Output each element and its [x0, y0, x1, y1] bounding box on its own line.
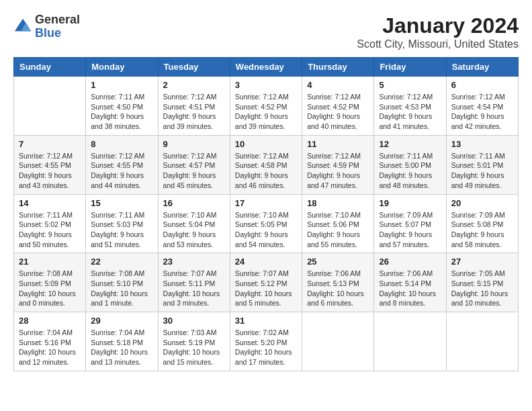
table-row: 23Sunrise: 7:07 AM Sunset: 5:11 PM Dayli…: [158, 253, 230, 312]
day-info: Sunrise: 7:04 AM Sunset: 5:18 PM Dayligh…: [91, 328, 152, 367]
table-row: 19Sunrise: 7:09 AM Sunset: 5:07 PM Dayli…: [374, 194, 446, 253]
table-row: [374, 312, 446, 371]
day-info: Sunrise: 7:12 AM Sunset: 4:51 PM Dayligh…: [163, 92, 225, 132]
day-number: 18: [307, 198, 369, 208]
day-number: 20: [451, 198, 513, 208]
table-row: 29Sunrise: 7:04 AM Sunset: 5:18 PM Dayli…: [86, 312, 158, 371]
day-info: Sunrise: 7:11 AM Sunset: 5:00 PM Dayligh…: [379, 151, 441, 191]
day-number: 31: [235, 316, 297, 326]
table-row: 26Sunrise: 7:06 AM Sunset: 5:14 PM Dayli…: [374, 253, 446, 312]
main-title: January 2024: [357, 13, 519, 38]
day-info: Sunrise: 7:07 AM Sunset: 5:12 PM Dayligh…: [235, 269, 297, 308]
day-info: Sunrise: 7:12 AM Sunset: 4:59 PM Dayligh…: [307, 151, 369, 191]
table-row: [302, 312, 374, 371]
logo-blue-text: Blue: [35, 27, 80, 40]
logo-icon: [13, 17, 32, 36]
day-number: 9: [163, 139, 225, 149]
table-row: 5Sunrise: 7:12 AM Sunset: 4:53 PM Daylig…: [374, 77, 446, 136]
day-number: 25: [307, 257, 369, 267]
day-info: Sunrise: 7:04 AM Sunset: 5:16 PM Dayligh…: [19, 328, 81, 367]
day-number: 8: [91, 139, 152, 149]
title-area: January 2024 Scott City, Missouri, Unite…: [357, 13, 519, 50]
day-number: 17: [235, 198, 297, 208]
day-number: 4: [307, 80, 369, 90]
table-row: 20Sunrise: 7:09 AM Sunset: 5:08 PM Dayli…: [446, 194, 518, 253]
calendar-week-row: 7Sunrise: 7:12 AM Sunset: 4:55 PM Daylig…: [14, 135, 519, 194]
col-wednesday: Wednesday: [230, 58, 302, 77]
day-number: 6: [451, 80, 513, 90]
table-row: 17Sunrise: 7:10 AM Sunset: 5:05 PM Dayli…: [230, 194, 302, 253]
day-number: 5: [379, 80, 441, 90]
table-row: 1Sunrise: 7:11 AM Sunset: 4:50 PM Daylig…: [86, 77, 158, 136]
day-info: Sunrise: 7:12 AM Sunset: 4:52 PM Dayligh…: [235, 92, 297, 132]
day-number: 28: [19, 316, 81, 326]
day-info: Sunrise: 7:12 AM Sunset: 4:54 PM Dayligh…: [451, 92, 513, 132]
day-info: Sunrise: 7:06 AM Sunset: 5:14 PM Dayligh…: [379, 269, 441, 308]
day-info: Sunrise: 7:09 AM Sunset: 5:07 PM Dayligh…: [379, 210, 441, 250]
table-row: 30Sunrise: 7:03 AM Sunset: 5:19 PM Dayli…: [158, 312, 230, 371]
table-row: 28Sunrise: 7:04 AM Sunset: 5:16 PM Dayli…: [14, 312, 86, 371]
table-row: 18Sunrise: 7:10 AM Sunset: 5:06 PM Dayli…: [302, 194, 374, 253]
day-info: Sunrise: 7:12 AM Sunset: 4:55 PM Dayligh…: [19, 151, 81, 191]
day-number: 24: [235, 257, 297, 267]
day-number: 2: [163, 80, 225, 90]
day-info: Sunrise: 7:12 AM Sunset: 4:58 PM Dayligh…: [235, 151, 297, 191]
table-row: 7Sunrise: 7:12 AM Sunset: 4:55 PM Daylig…: [14, 135, 86, 194]
table-row: 25Sunrise: 7:06 AM Sunset: 5:13 PM Dayli…: [302, 253, 374, 312]
day-number: 19: [379, 198, 441, 208]
day-info: Sunrise: 7:12 AM Sunset: 4:53 PM Dayligh…: [379, 92, 441, 132]
table-row: 11Sunrise: 7:12 AM Sunset: 4:59 PM Dayli…: [302, 135, 374, 194]
day-number: 21: [19, 257, 81, 267]
day-info: Sunrise: 7:10 AM Sunset: 5:05 PM Dayligh…: [235, 210, 297, 250]
day-number: 3: [235, 80, 297, 90]
page-header: General Blue January 2024 Scott City, Mi…: [13, 13, 519, 50]
table-row: 12Sunrise: 7:11 AM Sunset: 5:00 PM Dayli…: [374, 135, 446, 194]
table-row: 4Sunrise: 7:12 AM Sunset: 4:52 PM Daylig…: [302, 77, 374, 136]
table-row: 15Sunrise: 7:11 AM Sunset: 5:03 PM Dayli…: [86, 194, 158, 253]
table-row: 10Sunrise: 7:12 AM Sunset: 4:58 PM Dayli…: [230, 135, 302, 194]
day-number: 11: [307, 139, 369, 149]
day-info: Sunrise: 7:03 AM Sunset: 5:19 PM Dayligh…: [163, 328, 225, 367]
logo: General Blue: [13, 13, 80, 40]
day-number: 7: [19, 139, 81, 149]
table-row: 27Sunrise: 7:05 AM Sunset: 5:15 PM Dayli…: [446, 253, 518, 312]
col-monday: Monday: [86, 58, 158, 77]
logo-general-text: General: [35, 13, 80, 27]
table-row: 14Sunrise: 7:11 AM Sunset: 5:02 PM Dayli…: [14, 194, 86, 253]
day-info: Sunrise: 7:08 AM Sunset: 5:09 PM Dayligh…: [19, 269, 81, 308]
day-info: Sunrise: 7:12 AM Sunset: 4:55 PM Dayligh…: [91, 151, 152, 191]
day-number: 23: [163, 257, 225, 267]
day-number: 29: [91, 316, 152, 326]
table-row: 6Sunrise: 7:12 AM Sunset: 4:54 PM Daylig…: [446, 77, 518, 136]
table-row: 9Sunrise: 7:12 AM Sunset: 4:57 PM Daylig…: [158, 135, 230, 194]
day-info: Sunrise: 7:02 AM Sunset: 5:20 PM Dayligh…: [235, 328, 297, 367]
day-number: 12: [379, 139, 441, 149]
table-row: 8Sunrise: 7:12 AM Sunset: 4:55 PM Daylig…: [86, 135, 158, 194]
calendar-table: Sunday Monday Tuesday Wednesday Thursday…: [13, 57, 519, 371]
day-number: 10: [235, 139, 297, 149]
day-info: Sunrise: 7:12 AM Sunset: 4:57 PM Dayligh…: [163, 151, 225, 191]
day-info: Sunrise: 7:09 AM Sunset: 5:08 PM Dayligh…: [451, 210, 513, 250]
day-info: Sunrise: 7:10 AM Sunset: 5:06 PM Dayligh…: [307, 210, 369, 250]
subtitle: Scott City, Missouri, United States: [357, 38, 519, 50]
day-info: Sunrise: 7:08 AM Sunset: 5:10 PM Dayligh…: [91, 269, 152, 308]
col-tuesday: Tuesday: [158, 58, 230, 77]
day-number: 14: [19, 198, 81, 208]
day-info: Sunrise: 7:06 AM Sunset: 5:13 PM Dayligh…: [307, 269, 369, 308]
calendar-week-row: 14Sunrise: 7:11 AM Sunset: 5:02 PM Dayli…: [14, 194, 519, 253]
calendar-week-row: 1Sunrise: 7:11 AM Sunset: 4:50 PM Daylig…: [14, 77, 519, 136]
table-row: 2Sunrise: 7:12 AM Sunset: 4:51 PM Daylig…: [158, 77, 230, 136]
day-number: 22: [91, 257, 152, 267]
col-sunday: Sunday: [14, 58, 86, 77]
table-row: [446, 312, 518, 371]
table-row: 22Sunrise: 7:08 AM Sunset: 5:10 PM Dayli…: [86, 253, 158, 312]
table-row: 21Sunrise: 7:08 AM Sunset: 5:09 PM Dayli…: [14, 253, 86, 312]
day-number: 1: [91, 80, 152, 90]
calendar-week-row: 28Sunrise: 7:04 AM Sunset: 5:16 PM Dayli…: [14, 312, 519, 371]
col-friday: Friday: [374, 58, 446, 77]
col-thursday: Thursday: [302, 58, 374, 77]
day-number: 15: [91, 198, 152, 208]
table-row: 16Sunrise: 7:10 AM Sunset: 5:04 PM Dayli…: [158, 194, 230, 253]
day-info: Sunrise: 7:12 AM Sunset: 4:52 PM Dayligh…: [307, 92, 369, 132]
day-number: 13: [451, 139, 513, 149]
